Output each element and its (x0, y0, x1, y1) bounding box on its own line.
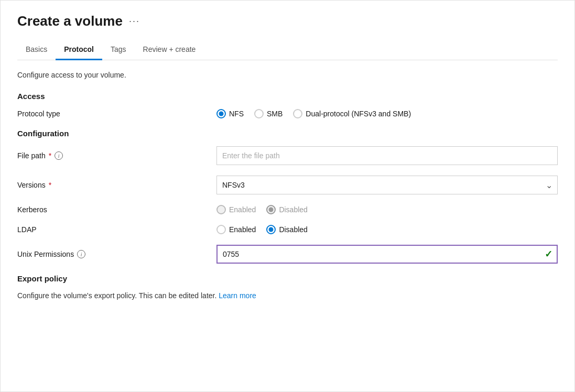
ldap-disabled-radio[interactable] (266, 225, 276, 234)
file-path-label: File path * i (17, 151, 216, 160)
tab-review-create[interactable]: Review + create (135, 40, 204, 60)
export-policy-description: Configure the volume's export policy. Th… (17, 291, 558, 300)
protocol-dual-label: Dual-protocol (NFSv3 and SMB) (306, 110, 411, 118)
page-header: Create a volume ··· (17, 13, 558, 29)
ldap-enabled-label: Enabled (229, 225, 256, 234)
configuration-section-title: Configuration (17, 129, 558, 138)
protocol-type-row: Protocol type NFS SMB Dual-protocol (NFS… (17, 109, 558, 118)
protocol-smb-radio[interactable] (254, 109, 264, 118)
configuration-section: Configuration File path * i Versions * N… (17, 129, 558, 264)
protocol-type-control: NFS SMB Dual-protocol (NFSv3 and SMB) (216, 109, 558, 118)
learn-more-link[interactable]: Learn more (219, 291, 256, 300)
kerberos-row: Kerberos Enabled Disabled (17, 205, 558, 214)
access-section-title: Access (17, 92, 558, 101)
file-path-input[interactable] (216, 146, 558, 165)
protocol-nfs-label: NFS (229, 110, 244, 118)
protocol-dual-option[interactable]: Dual-protocol (NFSv3 and SMB) (293, 109, 411, 118)
kerberos-disabled-radio (266, 205, 276, 214)
unix-permissions-input[interactable] (216, 245, 558, 264)
ldap-enabled-option[interactable]: Enabled (216, 225, 256, 234)
page-title: Create a volume (17, 13, 123, 29)
access-section: Access Protocol type NFS SMB Dual-protoc… (17, 92, 558, 118)
more-options-button[interactable]: ··· (129, 16, 140, 27)
versions-control: NFSv3 NFSv4.1 ⌄ (216, 176, 558, 194)
versions-required: * (49, 181, 51, 189)
ldap-row: LDAP Enabled Disabled (17, 225, 558, 234)
unix-permissions-info-icon[interactable]: i (77, 250, 85, 258)
tab-tags[interactable]: Tags (102, 40, 135, 60)
protocol-smb-label: SMB (267, 110, 283, 118)
ldap-disabled-label: Disabled (279, 225, 307, 234)
unix-permissions-row: Unix Permissions i ✓ (17, 245, 558, 264)
export-policy-section: Export policy Configure the volume's exp… (17, 274, 558, 300)
unix-permissions-input-wrapper: ✓ (216, 245, 558, 264)
file-path-info-icon[interactable]: i (55, 151, 63, 160)
protocol-type-label: Protocol type (17, 110, 216, 118)
export-policy-title: Export policy (17, 274, 558, 283)
kerberos-control: Enabled Disabled (216, 205, 558, 214)
ldap-enabled-radio[interactable] (216, 225, 226, 234)
tab-protocol[interactable]: Protocol (56, 40, 102, 60)
kerberos-disabled-label: Disabled (279, 205, 307, 214)
page-container: Create a volume ··· Basics Protocol Tags… (0, 0, 575, 392)
versions-select[interactable]: NFSv3 NFSv4.1 (216, 176, 558, 194)
unix-permissions-check-icon: ✓ (545, 248, 552, 260)
page-subtitle: Configure access to your volume. (17, 71, 558, 79)
kerberos-enabled-option: Enabled (216, 205, 256, 214)
versions-row: Versions * NFSv3 NFSv4.1 ⌄ (17, 176, 558, 194)
file-path-row: File path * i (17, 146, 558, 165)
protocol-smb-option[interactable]: SMB (254, 109, 283, 118)
ldap-label: LDAP (17, 225, 216, 234)
tab-basics[interactable]: Basics (17, 40, 56, 60)
kerberos-disabled-option: Disabled (266, 205, 307, 214)
kerberos-label: Kerberos (17, 205, 216, 214)
unix-permissions-control: ✓ (216, 245, 558, 264)
file-path-control (216, 146, 558, 165)
ldap-control: Enabled Disabled (216, 225, 558, 234)
protocol-nfs-option[interactable]: NFS (216, 109, 244, 118)
protocol-dual-radio[interactable] (293, 109, 302, 118)
tabs-container: Basics Protocol Tags Review + create (17, 40, 558, 60)
kerberos-enabled-label: Enabled (229, 205, 256, 214)
ldap-disabled-option[interactable]: Disabled (266, 225, 307, 234)
unix-permissions-label: Unix Permissions i (17, 250, 216, 258)
kerberos-enabled-radio (216, 205, 226, 214)
protocol-nfs-radio[interactable] (216, 109, 226, 118)
file-path-required: * (49, 151, 51, 160)
versions-label: Versions * (17, 181, 216, 189)
